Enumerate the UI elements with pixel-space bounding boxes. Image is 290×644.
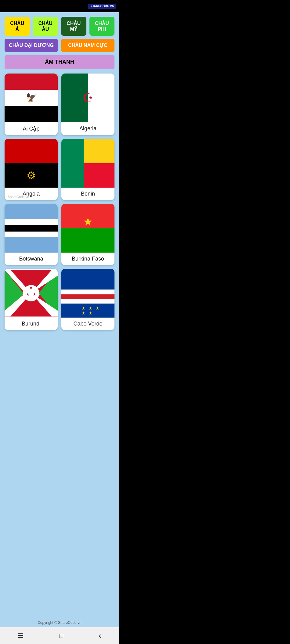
algeria-flag: ☪ <box>61 74 114 122</box>
continent-row-2: CHÂU ĐẠI DƯƠNG CHÂU NAM CỰC <box>5 39 114 52</box>
flag-row-1: 🦅 Ai Cập ☪ Algeria <box>5 74 114 135</box>
btn-chau-au[interactable]: CHÂUÂU <box>33 17 58 36</box>
svg-text:★: ★ <box>26 292 30 296</box>
flag-card-burkina[interactable]: ★ Burkina Faso <box>61 204 114 265</box>
btn-chau-a[interactable]: CHÂUÁ <box>5 17 30 36</box>
flag-card-angola[interactable]: ⚙ Angola ShareCode.vn <box>5 139 58 200</box>
copyright-bar: Copyright © ShareCode.vn <box>0 618 119 627</box>
burkina-star: ★ <box>83 215 93 228</box>
botswana-white-1 <box>5 219 58 225</box>
angola-emblem: ⚙ <box>27 169 36 182</box>
flag-image-ai-cap: 🦅 <box>5 74 58 122</box>
flag-name-burkina: Burkina Faso <box>61 253 114 265</box>
btn-chau-phi[interactable]: CHÂUPHI <box>89 17 115 36</box>
botswana-black <box>5 225 58 232</box>
cv-blue-top <box>61 269 114 290</box>
cv-red <box>61 294 114 299</box>
flag-card-algeria[interactable]: ☪ Algeria <box>61 74 114 135</box>
botswana-white-2 <box>5 232 58 237</box>
flag-row-3: Botswana ★ Burkina Faso <box>5 204 114 265</box>
flag-image-angola: ⚙ <box>5 139 58 188</box>
capeverde-flag: ★ ★ ★★ ★ <box>61 269 114 318</box>
flag-card-capeverde[interactable]: ★ ★ ★★ ★ Cabo Verde <box>61 269 114 330</box>
flags-grid: 🦅 Ai Cập ☪ Algeria <box>5 74 114 335</box>
flag-name-botswana: Botswana <box>5 253 58 265</box>
angola-flag: ⚙ <box>5 139 58 188</box>
angola-black: ⚙ <box>5 163 58 188</box>
egypt-eagle: 🦅 <box>26 93 37 103</box>
flag-name-ai-cap: Ai Cập <box>5 122 58 135</box>
home-icon[interactable]: □ <box>59 632 63 640</box>
burundi-svg: ★ ★ ★ <box>5 269 58 318</box>
back-icon[interactable]: ‹ <box>99 631 101 641</box>
cv-white-1 <box>61 290 114 294</box>
flag-image-capeverde: ★ ★ ★★ ★ <box>61 269 114 318</box>
watermark: ShareCode.vn <box>8 195 29 199</box>
botswana-flag <box>5 204 58 253</box>
egypt-red-stripe <box>5 74 58 90</box>
flag-image-botswana <box>5 204 58 253</box>
burkina-green <box>61 228 114 253</box>
egypt-flag: 🦅 <box>5 74 58 122</box>
angola-red <box>5 139 58 163</box>
burkina-red: ★ <box>61 204 114 228</box>
btn-chau-dai-duong[interactable]: CHÂU ĐẠI DƯƠNG <box>5 39 58 52</box>
cv-white-2 <box>61 299 114 304</box>
egypt-white-stripe: 🦅 <box>5 90 58 106</box>
burundi-flag: ★ ★ ★ <box>5 269 58 318</box>
algeria-crescent: ☪ <box>82 92 93 104</box>
nav-bar: ☰ □ ‹ <box>0 627 119 644</box>
benin-right <box>84 139 114 188</box>
continent-row-1: CHÂUÁ CHÂUÂU CHÂUMỸ CHÂUPHI <box>5 17 114 36</box>
benin-flag <box>61 139 114 188</box>
cv-blue-bot: ★ ★ ★★ ★ <box>61 304 114 318</box>
flag-image-burkina: ★ <box>61 204 114 253</box>
flag-image-benin <box>61 139 114 188</box>
status-bar: SHARECODE.VN <box>0 0 119 12</box>
flag-image-burundi: ★ ★ ★ <box>5 269 58 318</box>
sound-bar[interactable]: ÂM THANH <box>5 55 114 69</box>
btn-chau-nam-cuc[interactable]: CHÂU NAM CỰC <box>61 39 114 52</box>
egypt-black-stripe <box>5 106 58 122</box>
botswana-blue-bot <box>5 237 58 253</box>
flag-card-botswana[interactable]: Botswana <box>5 204 58 265</box>
btn-chau-my[interactable]: CHÂUMỸ <box>61 17 86 36</box>
flag-card-burundi[interactable]: ★ ★ ★ Burundi <box>5 269 58 330</box>
flag-name-algeria: Algeria <box>61 122 114 135</box>
flag-row-4: ★ ★ ★ Burundi ★ ★ <box>5 269 114 330</box>
benin-red <box>84 163 114 188</box>
benin-green <box>61 139 84 188</box>
flag-name-burundi: Burundi <box>5 318 58 330</box>
flag-card-ai-cap[interactable]: 🦅 Ai Cập <box>5 74 58 135</box>
botswana-blue-top <box>5 204 58 219</box>
app-logo: SHARECODE.VN <box>88 4 116 9</box>
flag-image-algeria: ☪ <box>61 74 114 122</box>
menu-icon[interactable]: ☰ <box>18 632 24 640</box>
flag-row-2: ⚙ Angola ShareCode.vn <box>5 139 114 200</box>
algeria-white: ☪ <box>88 74 114 122</box>
svg-text:★: ★ <box>29 285 33 290</box>
cv-stars: ★ ★ ★★ ★ <box>82 306 100 315</box>
flag-card-benin[interactable]: Benin <box>61 139 114 200</box>
main-content: CHÂUÁ CHÂUÂU CHÂUMỸ CHÂUPHI CHÂU ĐẠI DƯƠ… <box>0 12 119 618</box>
burkina-flag: ★ <box>61 204 114 253</box>
flag-name-capeverde: Cabo Verde <box>61 318 114 330</box>
benin-yellow <box>84 139 114 163</box>
flag-name-benin: Benin <box>61 188 114 200</box>
svg-text:★: ★ <box>33 292 36 296</box>
